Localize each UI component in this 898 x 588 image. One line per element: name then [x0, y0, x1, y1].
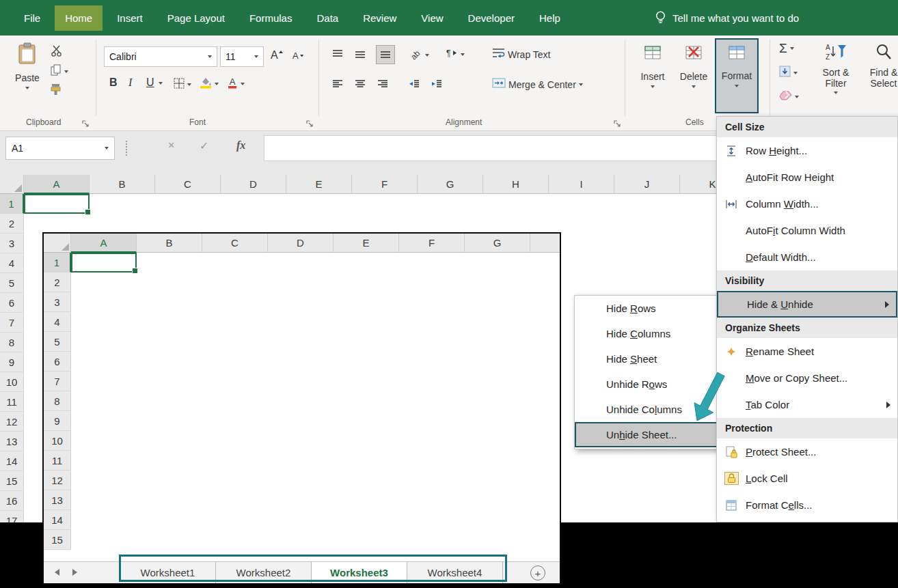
paste-button[interactable]: Paste — [10, 40, 45, 113]
column-header[interactable]: I — [549, 175, 614, 194]
column-header[interactable]: H — [483, 175, 549, 194]
mini-column-header[interactable]: D — [268, 234, 334, 253]
menu-item-lock-cell[interactable]: Lock Cell — [717, 465, 897, 492]
mini-column-header[interactable]: E — [334, 234, 399, 253]
tab-review[interactable]: Review — [353, 5, 407, 31]
mini-row-header[interactable]: 7 — [44, 372, 71, 391]
underline-button[interactable]: U — [146, 76, 154, 89]
select-all-corner[interactable] — [0, 175, 24, 194]
tab-help[interactable]: Help — [529, 5, 571, 31]
sheet-nav-right-icon[interactable] — [72, 569, 77, 576]
row-header[interactable]: 10 — [0, 372, 24, 392]
mini-row-header[interactable]: 4 — [44, 312, 71, 332]
mini-row-header[interactable]: 5 — [44, 332, 71, 352]
row-header[interactable]: 7 — [0, 313, 24, 333]
row-header[interactable]: 2 — [0, 214, 24, 234]
italic-button[interactable]: I — [128, 76, 132, 89]
column-header[interactable]: D — [221, 175, 286, 194]
borders-button[interactable] — [174, 78, 191, 92]
tab-formulas[interactable]: Formulas — [239, 5, 303, 31]
tab-data[interactable]: Data — [306, 5, 349, 31]
tell-me-box[interactable]: Tell me what you want to do — [655, 0, 799, 36]
insert-function-button[interactable]: fx — [236, 139, 245, 152]
fill-color-button[interactable] — [200, 76, 219, 92]
align-left-button[interactable] — [332, 79, 343, 92]
row-header[interactable]: 12 — [0, 412, 24, 432]
mini-row-header[interactable]: 8 — [44, 391, 71, 411]
menu-item-hide-columns[interactable]: Hide Columns — [575, 321, 718, 346]
align-right-button[interactable] — [377, 79, 388, 92]
menu-item-default-width[interactable]: Default Width... — [717, 244, 897, 270]
text-direction-button[interactable]: ¶ — [446, 48, 465, 61]
row-header[interactable]: 16 — [0, 491, 24, 511]
merge-center-button[interactable]: Merge & Center — [492, 78, 583, 91]
delete-button[interactable]: Delete — [674, 40, 713, 113]
format-button[interactable]: Format — [715, 38, 759, 113]
cancel-icon[interactable]: × — [168, 139, 174, 152]
clipboard-dialog-launcher[interactable] — [82, 118, 90, 126]
column-header[interactable]: G — [418, 175, 483, 194]
mini-column-header[interactable]: F — [399, 234, 465, 253]
row-header[interactable]: 15 — [0, 471, 24, 491]
fill-button[interactable] — [779, 66, 798, 80]
column-header-a[interactable]: A — [24, 175, 90, 194]
menu-item-rename-sheet[interactable]: Rename Sheet — [717, 338, 897, 365]
menu-item-format-cells[interactable]: Format Cells... — [717, 492, 897, 518]
top-align-button[interactable] — [332, 49, 343, 61]
copy-button[interactable] — [51, 64, 68, 79]
mini-row-header[interactable]: 6 — [44, 352, 71, 372]
mini-column-header-a[interactable]: A — [71, 234, 137, 253]
sort-filter-button[interactable]: AZ Sort & Filter — [815, 41, 857, 116]
column-header[interactable]: J — [614, 175, 680, 194]
sheet-nav-left-icon[interactable] — [55, 569, 59, 576]
enter-icon[interactable]: ✓ — [200, 139, 208, 152]
chevron-down-icon[interactable] — [159, 82, 163, 85]
tab-developer[interactable]: Developer — [458, 5, 525, 31]
column-header[interactable]: C — [155, 175, 221, 194]
orientation-button[interactable]: ab — [409, 48, 429, 63]
row-header[interactable]: 11 — [0, 392, 24, 412]
row-header[interactable]: 8 — [0, 333, 24, 352]
mini-row-header[interactable]: 11 — [44, 451, 71, 471]
clear-button[interactable] — [779, 90, 799, 103]
find-select-button[interactable]: Find & Select — [858, 41, 898, 116]
tab-insert[interactable]: Insert — [107, 5, 153, 31]
mini-fill-handle[interactable] — [132, 268, 138, 274]
mini-column-header[interactable]: B — [137, 234, 202, 253]
mini-row-header-1[interactable]: 1 — [44, 253, 71, 272]
menu-item-column-width[interactable]: Column Width... — [717, 191, 897, 217]
mini-select-all-corner[interactable] — [44, 234, 71, 253]
row-header[interactable]: 4 — [0, 253, 24, 273]
menu-item-tab-color[interactable]: Tab Color — [717, 391, 897, 418]
bold-button[interactable]: B — [109, 76, 118, 89]
decrease-font-size-button[interactable]: A — [291, 49, 305, 64]
row-header[interactable]: 5 — [0, 273, 24, 293]
column-header[interactable]: E — [286, 175, 352, 194]
format-painter-button[interactable] — [51, 83, 61, 98]
menu-item-autofit-row-height[interactable]: AutoFit Row Height — [717, 164, 897, 191]
mini-selected-cell-a1[interactable] — [71, 253, 137, 272]
column-header[interactable]: F — [352, 175, 418, 194]
row-header[interactable]: 3 — [0, 234, 24, 253]
font-dialog-launcher[interactable] — [306, 118, 314, 126]
add-sheet-button[interactable]: + — [530, 565, 545, 580]
menu-item-move-copy-sheet[interactable]: Move or Copy Sheet... — [717, 365, 897, 391]
mini-row-header[interactable]: 10 — [44, 431, 71, 451]
tab-file[interactable]: File — [14, 5, 51, 31]
mini-row-header[interactable]: 9 — [44, 411, 71, 431]
increase-font-size-button[interactable]: A — [269, 48, 284, 64]
row-header[interactable]: 14 — [0, 451, 24, 471]
center-align-button[interactable] — [355, 79, 366, 92]
font-name-combobox[interactable]: Calibri — [104, 46, 217, 67]
menu-item-row-height[interactable]: Row Height... — [717, 137, 897, 164]
fill-handle[interactable] — [85, 209, 91, 215]
insert-button[interactable]: Insert — [633, 40, 672, 113]
row-header[interactable]: 17 — [0, 511, 24, 522]
alignment-dialog-launcher[interactable] — [614, 118, 622, 126]
column-header[interactable]: B — [90, 175, 155, 194]
mini-row-header[interactable]: 15 — [44, 530, 71, 550]
mini-row-header[interactable]: 13 — [44, 490, 71, 510]
menu-item-hide-rows[interactable]: Hide Rows — [575, 296, 718, 321]
menu-item-autofit-column-width[interactable]: AutoFit Column Width — [717, 217, 897, 244]
menu-item-hide-unhide[interactable]: Hide & Unhide — [717, 291, 897, 318]
